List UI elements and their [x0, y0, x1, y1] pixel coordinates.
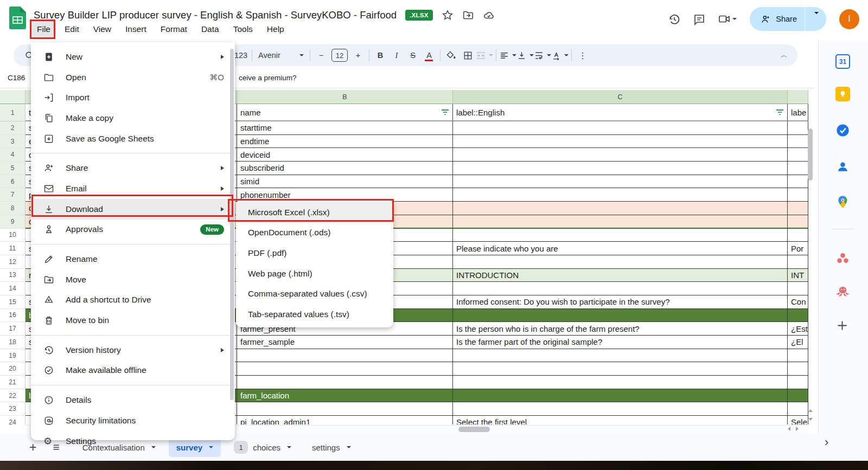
- keep-icon[interactable]: [835, 87, 851, 102]
- comments-icon[interactable]: [693, 13, 705, 25]
- sheet-tab-choices[interactable]: 1choices: [226, 437, 299, 457]
- cell[interactable]: [453, 188, 788, 202]
- download-option-web-page-html[interactable]: Web page (.html): [236, 263, 393, 284]
- cell[interactable]: [453, 148, 788, 162]
- column-header-c[interactable]: C: [453, 90, 788, 104]
- file-menu-item-save-as-google-sheets[interactable]: Save as Google Sheets: [31, 128, 235, 149]
- cell-reference-box[interactable]: C186: [8, 74, 25, 82]
- cell[interactable]: simid: [237, 175, 453, 189]
- sheet-tab-settings[interactable]: settings: [304, 437, 359, 457]
- cell[interactable]: Is the person who is in charge of the fa…: [453, 322, 788, 336]
- menu-help[interactable]: Help: [261, 21, 290, 37]
- move-to-folder-icon[interactable]: [462, 9, 474, 21]
- cloud-saved-icon[interactable]: [483, 9, 495, 21]
- cell[interactable]: [788, 282, 808, 295]
- cell[interactable]: Informed consent: Do you wish to partici…: [453, 295, 788, 309]
- download-option-comma-separated-values-csv[interactable]: Comma-separated values (.csv): [236, 284, 393, 304]
- cell[interactable]: Is the farmer part of the original sampl…: [453, 336, 788, 349]
- row-number[interactable]: 10: [0, 229, 25, 242]
- row-number[interactable]: 20: [0, 362, 25, 376]
- cell[interactable]: deviceid: [237, 148, 453, 162]
- version-history-icon[interactable]: [668, 13, 680, 25]
- download-option-tab-separated-values-tsv[interactable]: Tab-separated values (.tsv): [236, 304, 393, 325]
- file-menu-item-version-history[interactable]: Version history: [31, 340, 235, 360]
- cell[interactable]: [453, 362, 788, 376]
- row-number[interactable]: 15: [0, 295, 25, 309]
- cell[interactable]: [237, 349, 453, 363]
- cell[interactable]: INT: [788, 269, 808, 282]
- menu-view[interactable]: View: [87, 21, 117, 37]
- file-menu-item-rename[interactable]: Rename: [31, 249, 235, 269]
- calendar-icon[interactable]: 31: [835, 54, 851, 69]
- cell[interactable]: pi_location_admin1: [237, 416, 453, 424]
- more-toolbar-button[interactable]: ⋮: [575, 48, 591, 63]
- select-all-corner[interactable]: [0, 90, 25, 104]
- cell[interactable]: [788, 255, 808, 269]
- cell[interactable]: Por: [788, 242, 808, 255]
- menu-tools[interactable]: Tools: [227, 21, 259, 37]
- tab-menu-icon[interactable]: [287, 446, 291, 448]
- cell[interactable]: [788, 309, 808, 323]
- file-menu-item-new[interactable]: New: [31, 47, 235, 67]
- star-icon[interactable]: [442, 9, 454, 21]
- row-number[interactable]: 9: [0, 215, 25, 229]
- cell[interactable]: [788, 148, 808, 162]
- row-number[interactable]: 12: [0, 255, 25, 269]
- filter-icon[interactable]: [441, 109, 449, 116]
- cell[interactable]: starttime: [237, 121, 453, 135]
- cell[interactable]: [788, 175, 808, 189]
- number-format-button[interactable]: 123: [233, 48, 249, 63]
- rotation-dropdown-icon[interactable]: [564, 54, 569, 56]
- cell[interactable]: [453, 215, 788, 229]
- cell[interactable]: ¿El: [788, 336, 808, 349]
- cell[interactable]: [788, 215, 808, 229]
- row-number[interactable]: 22: [0, 389, 25, 403]
- borders-button[interactable]: [459, 48, 476, 63]
- hide-menus-button[interactable]: ︿: [781, 50, 788, 60]
- tasks-icon[interactable]: [835, 123, 851, 138]
- font-size-input[interactable]: 12: [331, 49, 348, 62]
- avatar[interactable]: I: [839, 9, 859, 29]
- file-menu-item-open[interactable]: Open⌘O: [31, 67, 235, 88]
- cell[interactable]: [788, 402, 808, 416]
- file-menu-item-approvals[interactable]: ApprovalsNew: [31, 220, 235, 240]
- text-rotation-button[interactable]: [551, 48, 569, 63]
- scroll-up-button[interactable]: [807, 407, 813, 414]
- fill-color-button[interactable]: [443, 48, 459, 63]
- vertical-align-button[interactable]: [516, 48, 534, 63]
- bold-button[interactable]: B: [372, 48, 388, 63]
- file-menu-item-make-available-offline[interactable]: Make available offline: [31, 360, 235, 381]
- row-number[interactable]: 8: [0, 202, 25, 215]
- cell[interactable]: [237, 362, 453, 376]
- column-header-d[interactable]: [788, 90, 808, 104]
- row-number[interactable]: 5: [0, 162, 25, 175]
- scroll-right-button[interactable]: [796, 427, 799, 431]
- cell[interactable]: label::English: [453, 104, 788, 121]
- row-number[interactable]: 6: [0, 175, 25, 189]
- file-menu-item-share[interactable]: Share: [31, 158, 235, 178]
- menu-format[interactable]: Format: [155, 21, 193, 37]
- cell[interactable]: [788, 362, 808, 376]
- italic-button[interactable]: I: [388, 48, 405, 63]
- cell[interactable]: [788, 202, 808, 215]
- cell[interactable]: [453, 402, 788, 416]
- cell[interactable]: endtime: [237, 135, 453, 149]
- file-menu-item-move-to-bin[interactable]: Move to bin: [31, 310, 235, 331]
- file-menu-scrollbar[interactable]: [230, 49, 234, 400]
- row-number[interactable]: 7: [0, 188, 25, 202]
- row-number[interactable]: 17: [0, 322, 25, 336]
- cell[interactable]: [453, 282, 788, 295]
- share-button[interactable]: Share: [750, 7, 826, 31]
- cell[interactable]: [453, 229, 788, 242]
- file-menu-item-security-limitations[interactable]: Security limitations: [31, 410, 235, 431]
- add-icon[interactable]: [835, 319, 851, 334]
- wrap-dropdown-icon[interactable]: [547, 54, 551, 56]
- file-menu-item-add-a-shortcut-to-drive[interactable]: Add a shortcut to Drive: [31, 290, 235, 311]
- decrease-font-size-button[interactable]: −: [313, 48, 329, 63]
- vertical-scrollbar[interactable]: [808, 128, 813, 181]
- collapse-side-panel-button[interactable]: ›: [825, 435, 828, 449]
- cell[interactable]: [453, 309, 788, 323]
- row-number[interactable]: 16: [0, 309, 25, 323]
- file-menu-item-import[interactable]: Import: [31, 87, 235, 108]
- cell[interactable]: subscriberid: [237, 162, 453, 175]
